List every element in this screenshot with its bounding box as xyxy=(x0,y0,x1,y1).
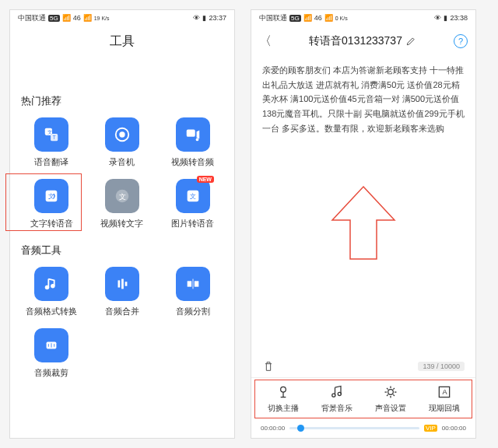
text-content: 亲爱的顾客朋友们 本店为答谢新老顾客支持 十一特推出礼品大放送 进店就有礼 消费… xyxy=(262,65,465,133)
app-recorder[interactable]: 录音机 xyxy=(87,117,158,168)
app-video-to-audio[interactable]: 视频转音频 xyxy=(157,117,228,168)
svg-point-14 xyxy=(45,285,50,290)
vtt-icon: 文 xyxy=(114,187,131,205)
battery-icon: ▮ xyxy=(444,14,447,22)
battery-icon: ▮ xyxy=(202,14,206,22)
tool-switch-anchor[interactable]: 切换主播 xyxy=(256,384,310,414)
svg-text:T: T xyxy=(53,135,56,140)
signal-icon: 📶 xyxy=(303,14,312,22)
app-audio-merge[interactable]: 音频合并 xyxy=(87,267,158,317)
statusbar: 中国联通 5G 📶 46 📶 0 K/s 👁 ▮ 23:38 xyxy=(251,10,475,26)
tool-refill[interactable]: A 现期回填 xyxy=(417,384,471,414)
phone-right: 中国联通 5G 📶 46 📶 0 K/s 👁 ▮ 23:38 〈 转语音0131… xyxy=(251,9,476,439)
its-icon: 文 xyxy=(184,187,202,205)
music-icon xyxy=(329,384,345,400)
text-input[interactable]: 亲爱的顾客朋友们 本店为答谢新老顾客支持 十一特推出礼品大放送 进店就有礼 消费… xyxy=(251,57,475,360)
title-text: 工具 xyxy=(110,33,135,50)
eye-icon: 👁 xyxy=(434,14,441,22)
app-label: 音频分割 xyxy=(176,306,210,317)
app-audio-format[interactable]: 音频格式转换 xyxy=(16,267,87,317)
track[interactable] xyxy=(289,427,419,429)
translate-icon: 文T xyxy=(43,126,60,143)
edit-icon[interactable] xyxy=(405,36,416,47)
app-voice-translate[interactable]: 文T 语音翻译 xyxy=(16,117,87,168)
svg-text:文: 文 xyxy=(47,129,52,135)
tool-sound-settings[interactable]: 声音设置 xyxy=(363,384,417,414)
net-badge: 5G xyxy=(289,15,301,22)
app-audio-split[interactable]: 音频分割 xyxy=(157,267,228,317)
app-label: 视频转文字 xyxy=(100,218,143,229)
file-title: 转语音0131233737 xyxy=(278,34,447,48)
app-label: 音频裁剪 xyxy=(34,367,68,379)
carrier: 中国联通 xyxy=(259,13,287,23)
char-counter: 139 / 10000 xyxy=(418,362,465,371)
svg-rect-19 xyxy=(187,281,191,286)
app-label: 音频合并 xyxy=(105,306,139,317)
tts-icon: 文 xyxy=(43,187,60,205)
trash-icon[interactable] xyxy=(262,360,275,373)
split-icon xyxy=(184,275,202,292)
phone-left: 中国联通 5G 📶 46 📶 19 K/s 👁 ▮ 23:37 工具 热门推荐 … xyxy=(9,9,235,439)
back-button[interactable]: 〈 xyxy=(259,33,272,50)
svg-point-29 xyxy=(388,390,393,395)
section-audio: 音频工具 xyxy=(10,234,234,262)
progress-bar[interactable]: 00:00:00 VIP 00:00:00 xyxy=(251,420,475,438)
gear-icon xyxy=(383,384,398,400)
svg-point-26 xyxy=(280,387,286,392)
svg-point-15 xyxy=(51,284,55,289)
tool-label: 切换主播 xyxy=(268,403,299,414)
video-audio-icon xyxy=(184,126,202,143)
app-image-to-speech[interactable]: NEW 文 图片转语音 xyxy=(157,179,228,229)
svg-rect-16 xyxy=(117,280,120,287)
statusbar: 中国联通 5G 📶 46 📶 19 K/s 👁 ▮ 23:37 xyxy=(10,10,234,26)
net-badge: 5G xyxy=(48,15,60,22)
tool-label: 现期回填 xyxy=(429,403,460,414)
app-video-to-text[interactable]: 文 视频转文字 xyxy=(87,179,158,229)
help-q: ? xyxy=(458,37,463,46)
cut-icon xyxy=(43,337,60,354)
app-label: 视频转音频 xyxy=(171,156,214,168)
app-label: 图片转语音 xyxy=(171,218,214,229)
page-title: 工具 xyxy=(10,26,234,57)
app-label: 文字转语音 xyxy=(30,218,73,229)
toolbar: 切换主播 背景音乐 声音设置 A 现期回填 xyxy=(251,377,475,420)
app-text-to-speech[interactable]: 文 文字转语音 xyxy=(16,179,87,229)
help-button[interactable]: ? xyxy=(454,34,468,48)
thumb[interactable] xyxy=(297,425,304,432)
speed: 19 K/s xyxy=(94,16,110,21)
section-hot: 热门推荐 xyxy=(10,85,234,113)
wifi-icon: 📶 xyxy=(324,14,333,22)
app-audio-cut[interactable]: 音频裁剪 xyxy=(16,328,87,379)
header: 〈 转语音0131233737 ? xyxy=(251,26,475,57)
format-icon xyxy=(43,275,60,292)
svg-text:A: A xyxy=(442,388,447,396)
eye-icon: 👁 xyxy=(193,14,200,22)
time-end: 00:00:00 xyxy=(442,425,466,432)
tool-label: 背景音乐 xyxy=(321,403,352,414)
svg-rect-18 xyxy=(125,282,128,286)
wifi-icon: 📶 xyxy=(83,14,92,22)
merge-icon xyxy=(114,275,131,292)
time-start: 00:00:00 xyxy=(261,425,285,432)
svg-rect-17 xyxy=(121,279,124,289)
signal-icon: 📶 xyxy=(62,14,71,22)
svg-rect-20 xyxy=(194,281,198,286)
vip-badge: VIP xyxy=(424,425,437,432)
app-label: 录音机 xyxy=(109,156,135,168)
arrow-up-annotation xyxy=(328,185,398,263)
new-badge: NEW xyxy=(197,176,214,183)
mic-icon xyxy=(275,384,291,400)
meta-row: 139 / 10000 xyxy=(251,360,475,377)
tool-bgm[interactable]: 背景音乐 xyxy=(310,384,363,414)
grid-audio: 音频格式转换 音频合并 音频分割 音频裁剪 xyxy=(10,262,234,383)
record-icon xyxy=(114,126,131,143)
speed: 0 K/s xyxy=(335,16,348,21)
svg-text:文: 文 xyxy=(190,193,196,200)
app-label: 音频格式转换 xyxy=(26,306,77,317)
app-label: 语音翻译 xyxy=(34,156,68,168)
net2: 46 xyxy=(314,14,322,22)
svg-point-5 xyxy=(119,131,124,137)
grid-hot: 文T 语音翻译 录音机 视频转音频 文 文字转语音 文 视频转文字 NEW 文 … xyxy=(10,113,234,234)
svg-point-27 xyxy=(331,394,335,397)
svg-point-7 xyxy=(195,138,198,142)
